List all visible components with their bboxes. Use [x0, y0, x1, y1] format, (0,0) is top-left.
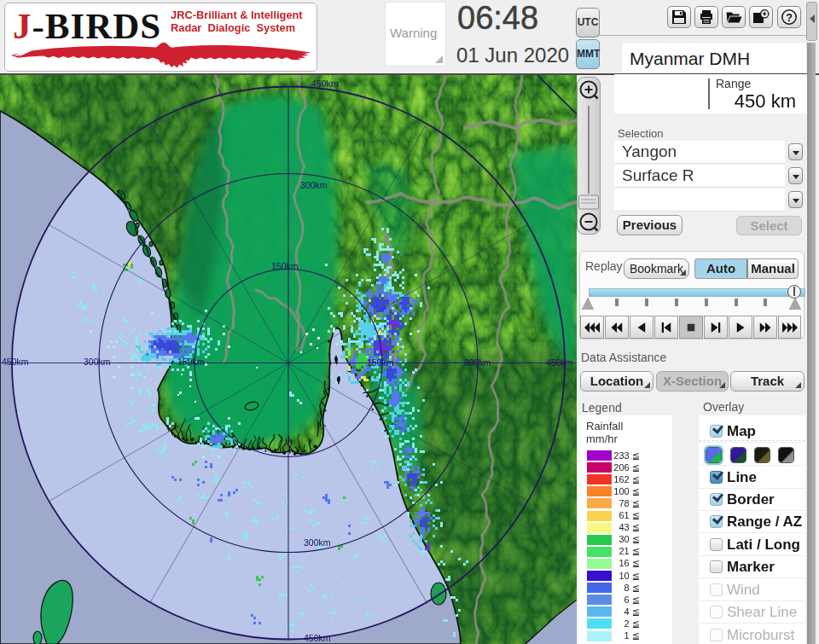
svg-text:150km: 150km — [367, 357, 394, 368]
svg-text:450km: 450km — [546, 357, 573, 368]
svg-text:150km: 150km — [271, 261, 299, 271]
svg-text:300km: 300km — [300, 180, 328, 190]
svg-text:450km: 450km — [304, 633, 331, 643]
svg-text:?: ? — [786, 12, 793, 24]
svg-text:150km: 150km — [177, 357, 205, 367]
svg-text:300km: 300km — [84, 357, 111, 367]
svg-text:450km: 450km — [2, 357, 29, 367]
svg-text:300km: 300km — [304, 537, 331, 548]
svg-text:450km: 450km — [311, 78, 339, 89]
svg-text:300km: 300km — [464, 357, 491, 368]
